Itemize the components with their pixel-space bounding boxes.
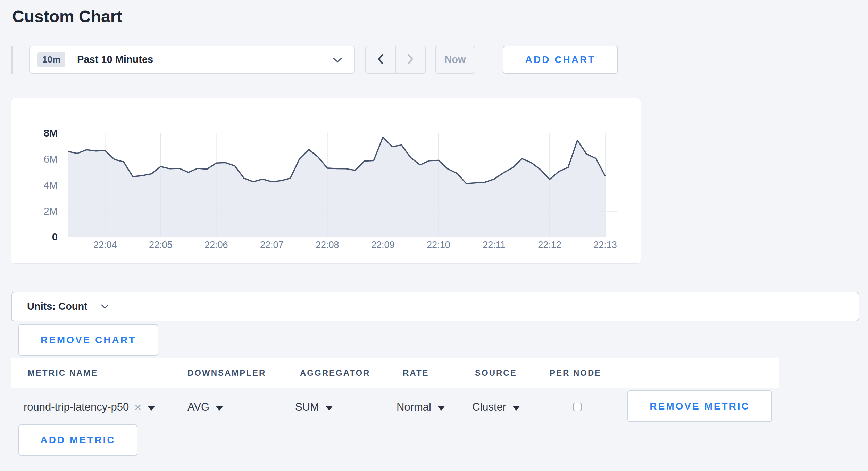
custom-chart-page: { "page": { "title": "Custom Chart" }, "… <box>0 0 868 471</box>
column-header-aggregator: AGGREGATOR <box>300 358 370 388</box>
caret-down-icon <box>325 406 333 411</box>
caret-down-icon <box>512 406 520 411</box>
units-dropdown[interactable]: Units: Count <box>11 292 859 321</box>
caret-down-icon <box>437 406 445 411</box>
page-title: Custom Chart <box>12 7 122 26</box>
source-dropdown[interactable]: Cluster <box>472 388 520 426</box>
add-metric-label: ADD METRIC <box>41 435 116 446</box>
per-node-checkbox[interactable] <box>573 403 582 411</box>
remove-chart-button[interactable]: REMOVE CHART <box>18 324 158 356</box>
metric-name-value: round-trip-latency-p50 <box>24 401 129 413</box>
chevron-left-icon <box>377 53 384 66</box>
column-header-rate: RATE <box>403 358 429 388</box>
x-axis-tick-label: 22:11 <box>470 240 518 250</box>
chevron-right-icon <box>407 53 414 66</box>
downsampler-value: AVG <box>187 401 209 413</box>
chevron-down-icon <box>101 304 109 311</box>
column-header-per-node: PER NODE <box>550 358 601 388</box>
x-axis-tick-label: 22:04 <box>81 240 130 250</box>
next-time-button[interactable] <box>396 46 425 73</box>
now-button[interactable]: Now <box>435 46 475 74</box>
add-chart-label: ADD CHART <box>525 54 595 65</box>
now-button-label: Now <box>444 54 466 65</box>
metrics-table-header: METRIC NAME DOWNSAMPLER AGGREGATOR RATE … <box>11 358 779 388</box>
caret-down-icon <box>216 406 223 411</box>
remove-chart-label: REMOVE CHART <box>41 334 136 346</box>
remove-metric-button[interactable]: REMOVE METRIC <box>627 390 772 422</box>
rate-dropdown[interactable]: Normal <box>397 388 445 426</box>
remove-metric-label: REMOVE METRIC <box>650 401 750 412</box>
downsampler-dropdown[interactable]: AVG <box>187 388 223 426</box>
column-header-metric-name: METRIC NAME <box>28 358 98 388</box>
x-axis-tick-label: 22:10 <box>414 240 463 250</box>
x-axis-tick-label: 22:09 <box>359 240 407 250</box>
toolbar-divider <box>11 46 13 74</box>
x-axis-tick-label: 22:05 <box>136 240 185 250</box>
prev-time-button[interactable] <box>366 46 396 73</box>
x-axis-tick-label: 22:08 <box>303 240 352 250</box>
y-axis-tick-label: 6M <box>22 152 58 166</box>
source-value: Cluster <box>472 401 506 413</box>
column-header-source: SOURCE <box>475 358 517 388</box>
rate-value: Normal <box>397 401 431 413</box>
y-axis-tick-label: 2M <box>22 205 58 218</box>
add-metric-button[interactable]: ADD METRIC <box>18 424 137 456</box>
y-axis-tick-label: 4M <box>22 179 58 192</box>
clear-metric-icon[interactable]: × <box>134 402 141 413</box>
timeseries-plot <box>11 98 641 264</box>
y-axis-tick-label: 0 <box>22 230 58 243</box>
x-axis-tick-label: 22:12 <box>525 240 574 250</box>
units-label: Units: Count <box>27 301 87 312</box>
chart-card: 8M6M4M2M022:0422:0522:0622:0722:0822:092… <box>11 98 641 264</box>
metric-name-dropdown[interactable]: round-trip-latency-p50 × <box>24 388 155 426</box>
time-range-badge: 10m <box>37 52 65 67</box>
column-header-downsampler: DOWNSAMPLER <box>187 358 266 388</box>
chevron-down-icon <box>333 57 342 64</box>
add-chart-button[interactable]: ADD CHART <box>503 46 618 74</box>
y-axis-tick-label: 8M <box>22 126 58 140</box>
x-axis-tick-label: 22:07 <box>248 240 296 250</box>
x-axis-tick-label: 22:06 <box>192 240 241 250</box>
aggregator-value: SUM <box>295 401 319 413</box>
time-range-label: Past 10 Minutes <box>77 54 153 65</box>
aggregator-dropdown[interactable]: SUM <box>295 388 333 426</box>
time-pager <box>365 46 426 74</box>
x-axis-tick-label: 22:13 <box>581 240 629 250</box>
time-range-dropdown[interactable]: 10m Past 10 Minutes <box>29 46 355 74</box>
caret-down-icon <box>148 406 155 411</box>
